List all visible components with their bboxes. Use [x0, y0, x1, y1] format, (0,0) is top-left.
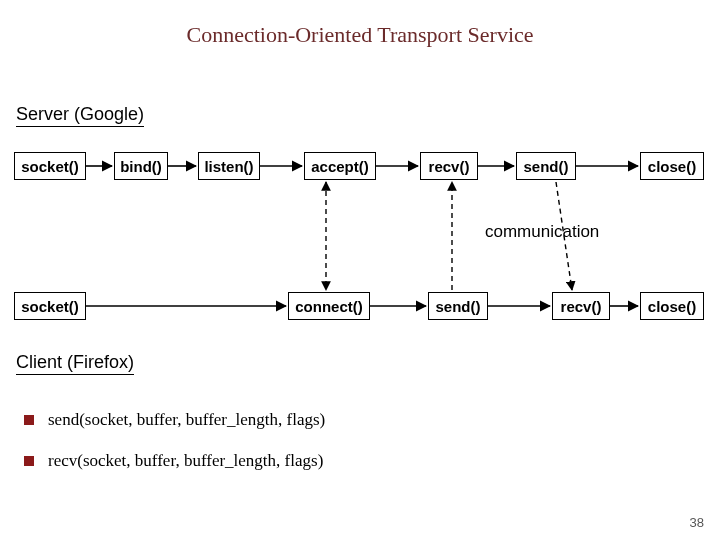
node-client-connect: connect() — [288, 292, 370, 320]
node-client-close: close() — [640, 292, 704, 320]
node-server-accept: accept() — [304, 152, 376, 180]
node-server-recv: recv() — [420, 152, 478, 180]
server-label: Server (Google) — [16, 104, 144, 127]
node-client-recv: recv() — [552, 292, 610, 320]
node-server-close: close() — [640, 152, 704, 180]
node-server-bind: bind() — [114, 152, 168, 180]
node-server-send: send() — [516, 152, 576, 180]
slide: Connection-Oriented Transport Service Se… — [0, 0, 720, 540]
slide-title: Connection-Oriented Transport Service — [0, 22, 720, 48]
node-client-socket: socket() — [14, 292, 86, 320]
bullet-item: send(socket, buffer, buffer_length, flag… — [24, 400, 325, 441]
bullet-text: send(socket, buffer, buffer_length, flag… — [48, 400, 325, 441]
communication-label: communication — [485, 222, 599, 242]
client-label: Client (Firefox) — [16, 352, 134, 375]
bullet-text: recv(socket, buffer, buffer_length, flag… — [48, 441, 323, 482]
node-server-socket: socket() — [14, 152, 86, 180]
bullet-list: send(socket, buffer, buffer_length, flag… — [24, 400, 325, 482]
node-client-send: send() — [428, 292, 488, 320]
page-number: 38 — [690, 515, 704, 530]
node-server-listen: listen() — [198, 152, 260, 180]
bullet-square-icon — [24, 415, 34, 425]
bullet-item: recv(socket, buffer, buffer_length, flag… — [24, 441, 325, 482]
bullet-square-icon — [24, 456, 34, 466]
